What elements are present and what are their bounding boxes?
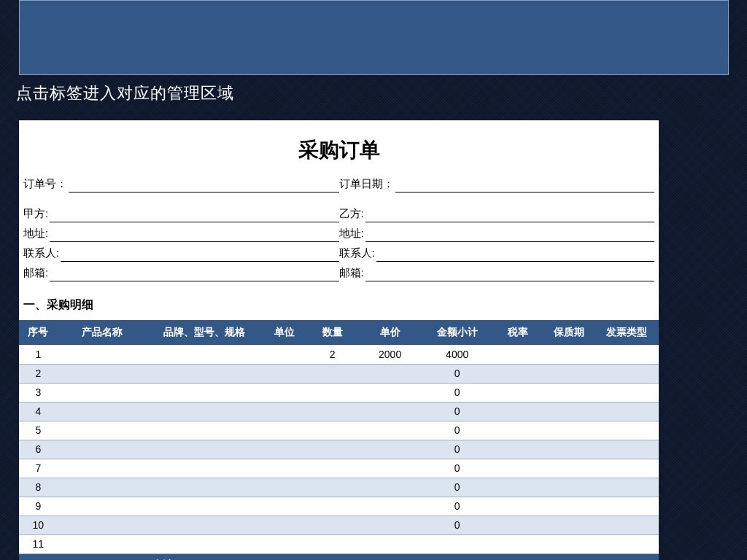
field-order-no[interactable] <box>69 178 339 192</box>
cell-spec[interactable] <box>147 516 262 534</box>
cell-seq[interactable]: 10 <box>19 516 58 534</box>
cell-spec[interactable] <box>147 440 262 459</box>
table-row[interactable]: 1220004000 <box>19 345 659 364</box>
table-row[interactable]: 40 <box>19 402 659 421</box>
cell-qty[interactable]: 2 <box>307 345 358 364</box>
cell-unit[interactable] <box>262 345 306 364</box>
cell-tax[interactable] <box>492 534 543 553</box>
cell-tax[interactable] <box>492 421 543 440</box>
cell-price[interactable] <box>358 402 422 421</box>
field-addr-b[interactable] <box>365 228 654 242</box>
table-row[interactable]: 80 <box>19 478 659 497</box>
cell-seq[interactable]: 5 <box>19 421 58 440</box>
cell-spec[interactable] <box>147 364 262 383</box>
cell-warr[interactable] <box>543 478 595 497</box>
cell-warr[interactable] <box>543 402 595 421</box>
cell-sub[interactable]: 0 <box>422 459 492 478</box>
cell-tax[interactable] <box>492 516 543 534</box>
cell-sub[interactable]: 0 <box>422 440 492 459</box>
cell-price[interactable] <box>358 364 422 383</box>
cell-inv[interactable] <box>595 478 659 497</box>
cell-spec[interactable] <box>147 459 262 478</box>
cell-spec[interactable] <box>147 421 262 440</box>
cell-inv[interactable] <box>595 516 659 534</box>
cell-unit[interactable] <box>262 421 306 440</box>
cell-price[interactable] <box>358 478 422 497</box>
cell-inv[interactable] <box>595 421 659 440</box>
table-row[interactable]: 100 <box>19 516 659 534</box>
cell-name[interactable] <box>58 497 147 516</box>
cell-seq[interactable]: 8 <box>19 478 58 497</box>
cell-price[interactable]: 2000 <box>358 345 422 364</box>
field-mail-b[interactable] <box>365 267 654 281</box>
cell-spec[interactable] <box>147 534 262 553</box>
cell-sub[interactable]: 0 <box>422 421 492 440</box>
cell-warr[interactable] <box>543 516 595 534</box>
cell-warr[interactable] <box>543 364 595 383</box>
cell-spec[interactable] <box>147 402 262 421</box>
table-row[interactable]: 60 <box>19 440 659 459</box>
cell-tax[interactable] <box>492 402 543 421</box>
cell-price[interactable] <box>358 516 422 534</box>
table-row[interactable]: 11 <box>19 534 659 553</box>
cell-seq[interactable]: 2 <box>19 364 58 383</box>
cell-name[interactable] <box>58 421 147 440</box>
cell-inv[interactable] <box>595 497 659 516</box>
cell-qty[interactable] <box>307 478 358 497</box>
cell-qty[interactable] <box>307 516 358 534</box>
cell-warr[interactable] <box>543 345 595 364</box>
cell-name[interactable] <box>58 478 147 497</box>
cell-warr[interactable] <box>543 497 595 516</box>
table-row[interactable]: 70 <box>19 459 659 478</box>
field-order-date[interactable] <box>395 178 655 192</box>
cell-qty[interactable] <box>307 383 358 402</box>
field-party-a[interactable] <box>50 208 338 222</box>
cell-sub[interactable]: 0 <box>422 516 492 534</box>
cell-sub[interactable]: 0 <box>422 497 492 516</box>
cell-sub[interactable]: 0 <box>422 478 492 497</box>
cell-qty[interactable] <box>307 534 358 553</box>
cell-seq[interactable]: 11 <box>19 534 58 553</box>
cell-seq[interactable]: 3 <box>19 383 58 402</box>
cell-price[interactable] <box>358 459 422 478</box>
cell-price[interactable] <box>358 497 422 516</box>
cell-name[interactable] <box>58 364 147 383</box>
cell-unit[interactable] <box>262 402 306 421</box>
table-row[interactable]: 20 <box>19 364 659 383</box>
cell-qty[interactable] <box>307 364 358 383</box>
cell-qty[interactable] <box>307 459 358 478</box>
cell-qty[interactable] <box>307 402 358 421</box>
cell-sub[interactable] <box>422 534 492 553</box>
cell-name[interactable] <box>58 459 147 478</box>
cell-name[interactable] <box>58 440 147 459</box>
cell-unit[interactable] <box>262 383 306 402</box>
cell-name[interactable] <box>58 516 147 534</box>
cell-unit[interactable] <box>262 478 306 497</box>
cell-unit[interactable] <box>262 364 306 383</box>
cell-qty[interactable] <box>307 421 358 440</box>
cell-inv[interactable] <box>595 364 659 383</box>
cell-sub[interactable]: 0 <box>422 402 492 421</box>
cell-name[interactable] <box>58 534 147 553</box>
field-contact-a[interactable] <box>61 247 338 262</box>
cell-inv[interactable] <box>595 402 659 421</box>
cell-warr[interactable] <box>543 421 595 440</box>
field-party-b[interactable] <box>365 208 654 222</box>
cell-spec[interactable] <box>147 345 262 364</box>
cell-inv[interactable] <box>595 383 659 402</box>
cell-name[interactable] <box>58 402 147 421</box>
cell-name[interactable] <box>58 345 147 364</box>
cell-sub[interactable]: 0 <box>422 383 492 402</box>
cell-price[interactable] <box>358 534 422 553</box>
field-contact-b[interactable] <box>376 247 654 262</box>
cell-inv[interactable] <box>595 459 659 478</box>
field-addr-a[interactable] <box>50 228 338 242</box>
cell-tax[interactable] <box>492 478 543 497</box>
table-row[interactable]: 50 <box>19 421 659 440</box>
cell-seq[interactable]: 7 <box>19 459 58 478</box>
cell-spec[interactable] <box>147 497 262 516</box>
cell-price[interactable] <box>358 421 422 440</box>
cell-warr[interactable] <box>543 383 595 402</box>
table-row[interactable]: 30 <box>19 383 659 402</box>
cell-seq[interactable]: 6 <box>19 440 58 459</box>
